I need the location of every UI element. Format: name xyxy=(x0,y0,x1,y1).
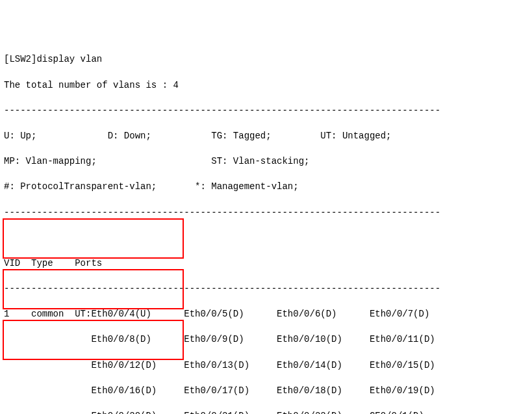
blank xyxy=(4,232,528,245)
total-vlans-line: The total number of vlans is : 4 xyxy=(4,79,528,92)
vlan-1-row: Eth0/0/20(D) Eth0/0/21(D) Eth0/0/22(D) G… xyxy=(4,410,528,414)
legend-line-3: #: ProtocolTransparent-vlan; *: Manageme… xyxy=(4,181,528,194)
vlan-1-row: 1 common UT:Eth0/0/4(U) Eth0/0/5(D) Eth0… xyxy=(4,308,528,321)
divider: ----------------------------------------… xyxy=(4,283,528,296)
legend-line-1: U: Up; D: Down; TG: Tagged; UT: Untagged… xyxy=(4,130,528,143)
table-header-ports: VID Type Ports xyxy=(4,257,528,270)
vlan-1-row: Eth0/0/8(D) Eth0/0/9(D) Eth0/0/10(D) Eth… xyxy=(4,333,528,346)
vlan-1-row: Eth0/0/16(D) Eth0/0/17(D) Eth0/0/18(D) E… xyxy=(4,385,528,398)
divider: ----------------------------------------… xyxy=(4,207,528,220)
cmd-prompt: [LSW2]display vlan xyxy=(4,53,528,66)
legend-line-2: MP: Vlan-mapping; ST: Vlan-stacking; xyxy=(4,155,528,168)
vlan-1-row: Eth0/0/12(D) Eth0/0/13(D) Eth0/0/14(D) E… xyxy=(4,359,528,372)
divider: ----------------------------------------… xyxy=(4,105,528,118)
